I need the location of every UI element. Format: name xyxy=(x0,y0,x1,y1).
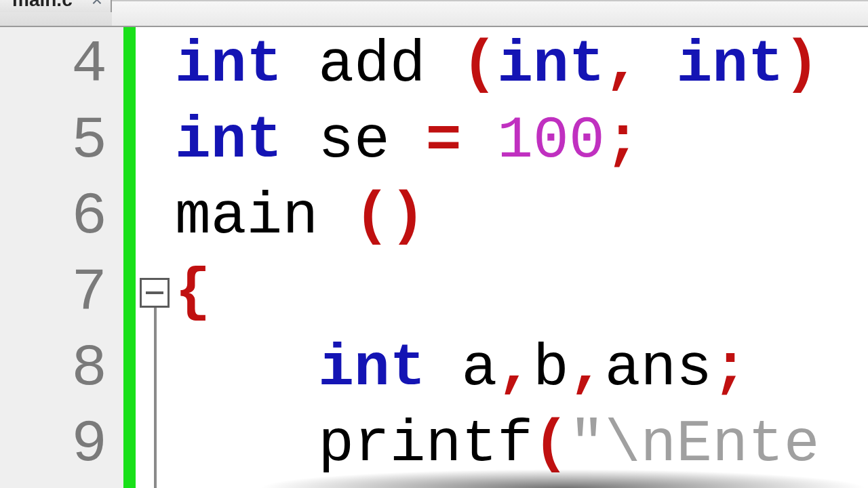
token-kw: int xyxy=(318,335,425,402)
tab-bar: main.c × xyxy=(0,0,868,27)
token-ident: add xyxy=(318,31,425,98)
code-line[interactable]: { xyxy=(175,255,868,331)
token-kw: int xyxy=(175,31,282,98)
code-line[interactable]: int se = 100; xyxy=(175,103,868,179)
close-icon[interactable]: × xyxy=(92,0,102,11)
change-marker-bar xyxy=(123,27,136,488)
code-line[interactable]: int a,b,ans; xyxy=(175,331,868,407)
fold-toggle-icon[interactable] xyxy=(140,278,170,308)
token-paren: ) xyxy=(784,31,820,98)
code-line[interactable]: int add (int, int) xyxy=(175,27,868,103)
line-number-gutter: 456789 xyxy=(0,27,123,488)
token-op: , xyxy=(497,335,533,402)
token-num: 100 xyxy=(497,107,604,174)
token-str: "\nEnte xyxy=(569,411,820,478)
code-line[interactable]: printf("\nEnte xyxy=(175,407,868,483)
token-op: ; xyxy=(712,335,748,402)
token-ident: b xyxy=(533,335,569,402)
file-tab-label: main.c xyxy=(12,0,73,11)
token-op: ; xyxy=(605,107,641,174)
line-number: 9 xyxy=(0,407,107,483)
line-number: 7 xyxy=(0,255,107,331)
token-op: , xyxy=(605,31,641,98)
line-number: 8 xyxy=(0,331,107,407)
token-paren: ( xyxy=(354,183,390,250)
token-paren: ( xyxy=(533,411,569,478)
line-number: 6 xyxy=(0,179,107,255)
fold-guide-line xyxy=(154,308,157,488)
code-editor[interactable]: 456789 int add (int, int)int se = 100;ma… xyxy=(0,27,868,488)
token-ident: a xyxy=(461,335,497,402)
file-tab-main-c[interactable]: main.c × xyxy=(0,0,112,12)
token-paren: ( xyxy=(462,31,498,98)
token-ident: printf xyxy=(318,411,533,478)
token-paren: { xyxy=(175,259,211,326)
line-number: 4 xyxy=(0,27,107,103)
token-ident: main xyxy=(175,183,318,250)
token-kw: int xyxy=(497,31,604,98)
token-kw: int xyxy=(175,107,282,174)
code-area[interactable]: int add (int, int)int se = 100;main (){ … xyxy=(174,27,868,488)
token-ident: se xyxy=(318,107,390,174)
line-number: 5 xyxy=(0,103,107,179)
token-ident: ans xyxy=(605,335,712,402)
token-kw: int xyxy=(676,31,783,98)
token-paren: ) xyxy=(390,183,426,250)
token-op: , xyxy=(569,335,605,402)
tab-bar-spacer xyxy=(112,0,868,26)
code-line[interactable]: main () xyxy=(175,179,868,255)
fold-column xyxy=(136,27,174,488)
token-op: = xyxy=(426,107,462,174)
